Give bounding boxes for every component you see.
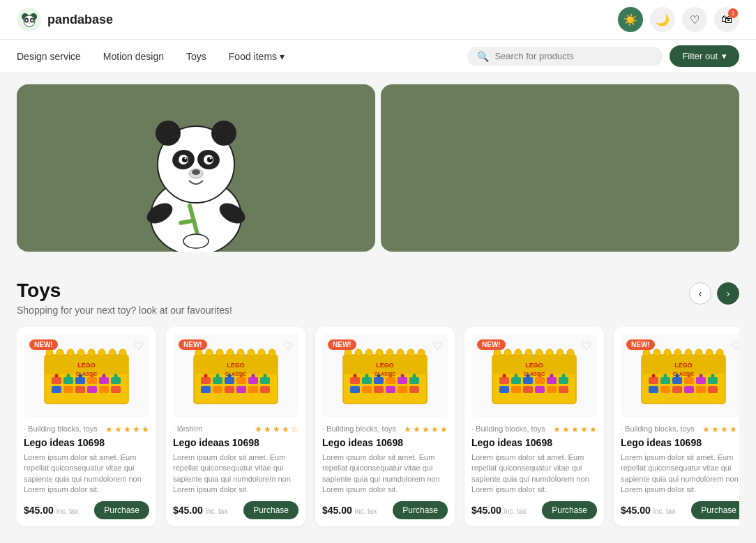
svg-rect-63: [213, 377, 222, 384]
svg-point-48: [103, 374, 106, 378]
svg-point-146: [557, 349, 564, 356]
svg-point-115: [397, 349, 404, 356]
purchase-button[interactable]: Purchase: [94, 501, 149, 519]
cart-button[interactable]: 🛍 1: [714, 7, 739, 32]
logo-text: pandabase: [47, 13, 113, 27]
star-icon: ★: [720, 425, 728, 434]
svg-text:LEGO: LEGO: [674, 362, 693, 369]
purchase-button[interactable]: Purchase: [691, 501, 739, 519]
star-icon: ★: [711, 425, 719, 434]
nav-food-items[interactable]: Food items ▾: [229, 51, 285, 62]
purchase-button[interactable]: Purchase: [542, 501, 597, 519]
product-footer: $45.00 inc. tax Purchase: [173, 501, 298, 519]
purchase-button[interactable]: Purchase: [243, 501, 298, 519]
svg-rect-131: [535, 386, 545, 393]
svg-rect-100: [374, 386, 384, 393]
wishlist-heart-button[interactable]: ♡: [283, 339, 293, 353]
svg-point-177: [716, 349, 723, 356]
products-section: Toys Shopping for your next toy? look at…: [0, 263, 756, 543]
svg-point-175: [695, 349, 702, 356]
svg-point-142: [515, 349, 522, 356]
svg-point-136: [527, 374, 530, 378]
new-badge: NEW!: [29, 339, 58, 350]
product-name: Lego ideas 10698: [24, 437, 149, 448]
svg-point-116: [407, 349, 414, 356]
product-image: LEGO CLASSIC: [190, 341, 281, 411]
product-card: NEW! ♡ LEGO CLASSIC: [166, 327, 305, 526]
carousel-nav: ‹ ›: [689, 282, 739, 305]
products-row: NEW! ♡ LEGO CLASSIC: [17, 327, 739, 543]
product-description: Lorem ipsum dolor sit amet. Eum repellat…: [322, 452, 448, 496]
svg-rect-68: [201, 386, 211, 393]
svg-point-53: [77, 349, 84, 356]
svg-rect-71: [236, 386, 246, 393]
svg-point-111: [355, 349, 362, 356]
wishlist-heart-button[interactable]: ♡: [134, 339, 144, 353]
section-subtitle: Shopping for your next toy? look at our …: [17, 305, 232, 316]
price-tax: inc. tax: [355, 507, 377, 515]
section-title-area: Toys Shopping for your next toy? look at…: [17, 280, 232, 316]
svg-point-173: [674, 349, 681, 356]
filter-button[interactable]: Filter out ▾: [670, 45, 739, 67]
svg-rect-155: [684, 377, 694, 384]
search-icon: 🔍: [477, 51, 489, 62]
svg-point-110: [345, 349, 351, 356]
svg-rect-127: [559, 377, 568, 384]
product-price: $45.00 inc. tax: [173, 505, 227, 516]
nav-links: Design service Motion design Toys Food i…: [17, 51, 285, 62]
section-title: Toys: [17, 280, 232, 302]
product-image: LEGO CLASSIC: [489, 341, 580, 411]
svg-rect-152: [649, 377, 658, 384]
svg-point-75: [216, 374, 220, 378]
product-rating: ★★★★★: [404, 425, 448, 434]
price-tax: inc. tax: [206, 507, 228, 515]
svg-rect-62: [201, 377, 211, 384]
wishlist-button[interactable]: ♡: [682, 7, 707, 32]
purchase-button[interactable]: Purchase: [393, 501, 448, 519]
product-description: Lorem ipsum dolor sit amet. Eum repellat…: [24, 452, 149, 496]
svg-rect-95: [386, 377, 395, 384]
svg-text:LEGO: LEGO: [376, 362, 394, 369]
next-arrow-button[interactable]: ›: [717, 282, 739, 305]
svg-point-141: [504, 349, 511, 356]
nav-motion-design[interactable]: Motion design: [103, 51, 164, 62]
svg-rect-128: [499, 386, 509, 393]
svg-rect-129: [511, 386, 521, 393]
star-icon: ★: [114, 425, 122, 434]
svg-rect-124: [523, 377, 533, 384]
svg-rect-70: [225, 386, 234, 393]
svg-rect-130: [523, 386, 533, 393]
star-icon: ★: [422, 425, 430, 434]
nav-design-service[interactable]: Design service: [17, 51, 81, 62]
svg-rect-69: [213, 386, 222, 393]
product-image-wrap: NEW! ♡ LEGO CLASSIC: [173, 334, 298, 418]
product-category: · Building blocks, toys: [322, 425, 396, 433]
svg-point-81: [206, 349, 213, 356]
wishlist-heart-button[interactable]: ♡: [432, 339, 442, 353]
svg-rect-160: [672, 386, 682, 393]
search-input[interactable]: [494, 51, 653, 61]
svg-point-138: [550, 374, 554, 378]
svg-rect-93: [362, 377, 372, 384]
prev-arrow-button[interactable]: ‹: [689, 282, 711, 305]
star-icon: ☆: [291, 425, 298, 434]
logo-icon: [17, 7, 42, 32]
svg-point-78: [252, 374, 255, 378]
wishlist-heart-button[interactable]: ♡: [731, 339, 739, 353]
chevron-down-icon: ▾: [280, 51, 285, 62]
theme-dark-button[interactable]: 🌙: [650, 7, 675, 32]
star-icon: ★: [580, 425, 588, 434]
nav-toys[interactable]: Toys: [186, 51, 206, 62]
theme-light-button[interactable]: ☀️: [618, 7, 643, 32]
star-icon: ★: [123, 425, 131, 434]
wishlist-heart-button[interactable]: ♡: [582, 339, 591, 353]
product-rating: ★★★★★: [553, 425, 597, 434]
svg-point-85: [248, 349, 255, 356]
svg-rect-153: [660, 377, 670, 384]
svg-point-11: [156, 121, 181, 146]
svg-point-22: [192, 169, 200, 175]
product-description: Lorem ipsum dolor sit amet. Eum repellat…: [173, 452, 298, 496]
star-icon: ★: [404, 425, 411, 434]
logo[interactable]: pandabase: [17, 7, 113, 32]
product-footer: $45.00 inc. tax Purchase: [24, 501, 149, 519]
